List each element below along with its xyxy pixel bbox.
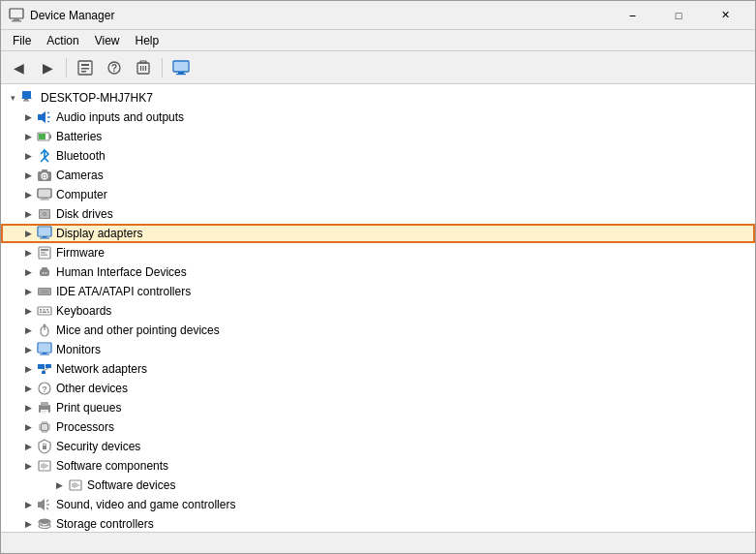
item-icon — [36, 225, 53, 242]
expand-icon[interactable]: ▶ — [20, 108, 36, 127]
tree-item[interactable]: ▶ Bluetooth — [1, 146, 755, 166]
title-bar-icon — [9, 8, 24, 23]
svg-marker-116 — [41, 499, 45, 510]
expand-icon[interactable]: ▶ — [51, 476, 67, 495]
item-icon — [36, 341, 53, 358]
tree-panel[interactable]: ▾ DESKTOP-MHJ7HK7 ▶ Audio inputs and out… — [1, 84, 755, 532]
menu-file[interactable]: File — [5, 32, 39, 49]
svg-rect-6 — [81, 71, 86, 73]
svg-rect-65 — [44, 309, 45, 311]
item-label: Software devices — [87, 478, 175, 492]
close-button[interactable]: ✕ — [703, 1, 747, 30]
toolbar-forward-button[interactable]: ▶ — [34, 55, 61, 80]
item-label: Computer — [56, 188, 107, 201]
tree-item[interactable]: ▶ Network adapters — [1, 359, 755, 379]
tree-item[interactable]: ▶ Display adapters — [1, 224, 755, 243]
svg-point-104 — [44, 444, 46, 446]
expand-icon[interactable]: ▶ — [20, 417, 36, 437]
toolbar-uninstall-button[interactable] — [130, 55, 157, 80]
expand-icon[interactable]: ▶ — [20, 204, 36, 224]
svg-rect-68 — [43, 312, 46, 314]
svg-rect-69 — [47, 312, 49, 314]
tree-item[interactable]: ▶ Batteries — [1, 127, 755, 146]
svg-rect-64 — [40, 309, 42, 311]
item-icon — [36, 128, 53, 145]
svg-rect-42 — [40, 200, 49, 200]
tree-item[interactable]: ▶ Security devices — [1, 437, 755, 456]
toolbar-back-button[interactable]: ◀ — [5, 55, 32, 80]
item-label: Display adapters — [56, 227, 142, 240]
item-icon — [36, 360, 53, 378]
tree-item[interactable]: ▶ Storage controllers — [1, 514, 755, 532]
tree-item[interactable]: ▶ Mice and other pointing devices — [1, 321, 755, 340]
expand-icon[interactable]: ▶ — [20, 243, 36, 262]
toolbar-update-button[interactable]: ? — [101, 55, 128, 80]
root-expand-icon[interactable]: ▾ — [5, 88, 20, 108]
tree-item[interactable]: ▶ IDE ATA/ATAPI controllers — [1, 282, 755, 301]
tree-item[interactable]: ▶ Firmware — [1, 243, 755, 262]
tree-item[interactable]: ▶ Software devices — [1, 476, 755, 495]
svg-rect-55 — [40, 269, 49, 276]
tree-item[interactable]: ▶ Cameras — [1, 166, 755, 185]
tree-item[interactable]: ▶ Software components — [1, 456, 755, 476]
expand-icon[interactable]: ▶ — [20, 456, 36, 476]
tree-item[interactable]: ▶ Human Interface Devices — [1, 262, 755, 282]
toolbar-properties-button[interactable] — [72, 55, 99, 80]
svg-text:?: ? — [111, 63, 117, 74]
toolbar-display-button[interactable] — [167, 55, 195, 80]
item-label: Keyboards — [56, 304, 111, 318]
expand-icon[interactable]: ▶ — [20, 437, 36, 456]
svg-marker-34 — [45, 158, 48, 162]
expand-icon[interactable]: ▶ — [20, 166, 36, 185]
tree-item[interactable]: ▶ Sound, video and game controllers — [1, 495, 755, 514]
svg-rect-40 — [39, 190, 50, 197]
svg-rect-0 — [10, 9, 23, 18]
tree-root[interactable]: ▾ DESKTOP-MHJ7HK7 — [1, 88, 755, 108]
tree-item[interactable]: ▶ Audio inputs and outputs — [1, 108, 755, 127]
tree-item[interactable]: ▶ Monitors — [1, 340, 755, 359]
menu-action[interactable]: Action — [39, 32, 86, 49]
svg-rect-21 — [23, 101, 29, 102]
item-label: Processors — [56, 420, 114, 434]
expand-icon[interactable]: ▶ — [20, 340, 36, 359]
device-manager-window: Device Manager ‒ □ ✕ File Action View He… — [0, 0, 756, 554]
minimize-button[interactable]: ‒ — [610, 1, 654, 30]
svg-point-57 — [43, 272, 45, 274]
expand-icon[interactable]: ▶ — [20, 495, 36, 514]
expand-icon[interactable]: ▶ — [20, 185, 36, 204]
svg-rect-53 — [41, 252, 45, 254]
tree-item[interactable]: ▶ Processors — [1, 417, 755, 437]
expand-icon[interactable]: ▶ — [20, 224, 36, 243]
root-icon — [20, 89, 38, 107]
maximize-button[interactable]: □ — [656, 1, 701, 30]
expand-icon[interactable]: ▶ — [20, 398, 36, 417]
menu-view[interactable]: View — [87, 32, 128, 49]
expand-icon[interactable]: ▶ — [20, 146, 36, 166]
svg-rect-67 — [40, 312, 42, 314]
expand-icon[interactable]: ▶ — [20, 282, 36, 301]
svg-rect-20 — [24, 99, 28, 101]
expand-icon[interactable]: ▶ — [20, 301, 36, 321]
tree-item[interactable]: ▶ Computer — [1, 185, 755, 204]
tree-item[interactable]: ▶ Keyboards — [1, 301, 755, 321]
menu-help[interactable]: Help — [128, 32, 167, 49]
toolbar: ◀ ▶ ? — [1, 51, 755, 84]
item-label: Firmware — [56, 246, 105, 260]
tree-item[interactable]: ▶ Disk drives — [1, 204, 755, 224]
item-label: IDE ATA/ATAPI controllers — [56, 285, 191, 298]
expand-icon[interactable]: ▶ — [20, 379, 36, 398]
tree-item[interactable]: ▶ Print queues — [1, 398, 755, 417]
expand-icon[interactable]: ▶ — [20, 127, 36, 146]
svg-rect-22 — [38, 114, 42, 120]
item-icon — [36, 108, 53, 126]
expand-icon[interactable]: ▶ — [20, 262, 36, 282]
expand-icon[interactable]: ▶ — [20, 321, 36, 340]
item-label: Sound, video and game controllers — [56, 498, 235, 511]
item-icon — [36, 186, 53, 203]
svg-rect-49 — [43, 236, 47, 238]
tree-item[interactable]: ▶ ? Other devices — [1, 379, 755, 398]
svg-marker-30 — [45, 150, 48, 158]
expand-icon[interactable]: ▶ — [20, 359, 36, 379]
expand-icon[interactable]: ▶ — [20, 514, 36, 532]
svg-line-32 — [41, 158, 45, 162]
